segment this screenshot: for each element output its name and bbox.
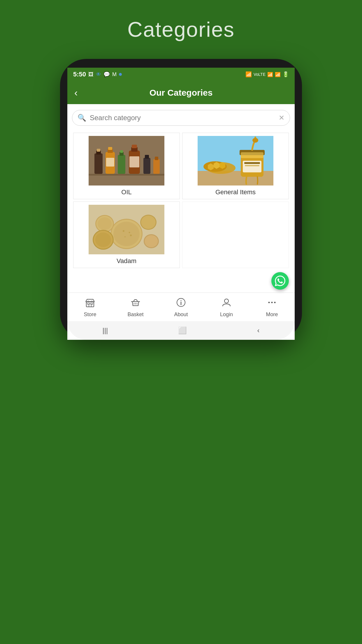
notification-dot — [119, 73, 122, 76]
battery-icon: 🔋 — [282, 71, 289, 78]
svg-rect-11 — [120, 150, 123, 153]
svg-point-38 — [123, 230, 124, 232]
android-nav: ||| ⬜ ‹ — [67, 321, 295, 340]
svg-point-62 — [224, 299, 229, 303]
signal2-icon: 📶 — [275, 72, 281, 77]
signal1-icon: 📶 — [267, 72, 273, 77]
svg-point-61 — [181, 300, 182, 301]
category-card-empty — [182, 202, 289, 268]
svg-point-41 — [130, 235, 132, 236]
fab-container — [67, 269, 295, 293]
svg-point-44 — [98, 217, 112, 230]
android-recents-icon[interactable]: ‹ — [257, 326, 259, 335]
category-image-general — [185, 136, 286, 186]
svg-point-37 — [113, 222, 140, 246]
svg-rect-19 — [155, 157, 158, 160]
svg-rect-1 — [89, 174, 164, 176]
svg-rect-17 — [145, 155, 149, 159]
gmail-icon: M — [112, 71, 117, 78]
android-home-icon[interactable]: ⬜ — [178, 326, 187, 335]
category-image-oil — [76, 136, 177, 186]
svg-rect-15 — [129, 156, 139, 167]
svg-rect-7 — [108, 147, 112, 150]
category-name-vadam: Vadam — [117, 257, 136, 265]
svg-rect-31 — [244, 162, 260, 164]
ellipsis-icon — [267, 298, 277, 310]
store-icon — [85, 298, 95, 310]
page-title: Categories — [127, 18, 235, 41]
nav-label-about: About — [174, 312, 188, 318]
svg-rect-4 — [97, 149, 100, 152]
eye-icon: 👁 — [96, 71, 101, 78]
top-bar: ‹ Our Categories — [67, 81, 295, 104]
svg-rect-2 — [94, 153, 103, 174]
svg-rect-8 — [106, 158, 114, 167]
category-card-vadam[interactable]: Vadam — [73, 202, 180, 268]
wifi-icon: 📶 — [245, 71, 252, 78]
top-bar-title: Our Categories — [150, 88, 213, 98]
svg-point-51 — [145, 235, 158, 247]
android-back-icon[interactable]: ||| — [103, 326, 108, 335]
svg-rect-16 — [143, 158, 150, 174]
clear-search-button[interactable]: ✕ — [279, 114, 284, 122]
svg-point-33 — [252, 138, 258, 143]
photo-icon: 🖼 — [88, 71, 94, 78]
svg-rect-9 — [118, 155, 125, 174]
status-bar: 5:50 🖼 👁 💬 M 📶 VoLTE 📶 📶 🔋 — [67, 68, 295, 81]
back-button[interactable]: ‹ — [74, 87, 78, 98]
nav-item-more[interactable]: More — [260, 298, 284, 318]
svg-rect-29 — [241, 152, 263, 158]
category-name-general: General Items — [215, 188, 256, 196]
status-icons-right: 📶 VoLTE 📶 📶 🔋 — [245, 71, 289, 78]
nav-item-basket[interactable]: Basket — [124, 298, 147, 318]
category-card-oil[interactable]: OIL — [73, 133, 180, 199]
svg-point-39 — [129, 232, 130, 233]
app-screen: ‹ Our Categories 🔍 ✕ — [67, 81, 295, 340]
svg-point-46 — [141, 216, 156, 229]
whatsapp-button[interactable] — [271, 272, 289, 290]
svg-point-40 — [124, 236, 126, 237]
svg-rect-14 — [132, 145, 137, 148]
search-bar[interactable]: 🔍 ✕ — [72, 110, 290, 126]
category-image-vadam — [76, 205, 177, 254]
nav-item-login[interactable]: Login — [215, 298, 238, 318]
svg-rect-32 — [245, 165, 259, 166]
nav-label-store: Store — [84, 312, 96, 318]
nav-item-about[interactable]: About — [169, 298, 193, 318]
nav-item-store[interactable]: Store — [78, 298, 102, 318]
category-name-oil: OIL — [121, 188, 131, 196]
info-icon — [176, 298, 186, 310]
status-time: 5:50 — [73, 71, 86, 78]
nav-label-basket: Basket — [127, 312, 143, 318]
search-icon: 🔍 — [78, 114, 86, 122]
svg-rect-18 — [153, 159, 160, 174]
whatsapp-icon — [275, 276, 285, 286]
nav-label-more: More — [266, 312, 278, 318]
svg-point-64 — [271, 302, 273, 303]
svg-point-49 — [95, 232, 111, 247]
person-icon — [222, 298, 231, 310]
categories-grid: OIL — [67, 132, 295, 269]
nav-label-login: Login — [220, 312, 233, 318]
status-left: 5:50 🖼 👁 💬 M — [73, 71, 122, 78]
svg-point-65 — [274, 302, 276, 303]
basket-icon — [131, 298, 140, 310]
phone-shell: 5:50 🖼 👁 💬 M 📶 VoLTE 📶 📶 🔋 ‹ Our Categor… — [60, 59, 302, 340]
category-card-general-items[interactable]: General Items — [182, 133, 289, 199]
bottom-nav: Store Basket — [67, 293, 295, 321]
search-input[interactable] — [90, 114, 279, 122]
message-icon: 💬 — [103, 71, 110, 78]
volte-label: VoLTE — [254, 72, 266, 77]
svg-point-63 — [268, 302, 270, 303]
